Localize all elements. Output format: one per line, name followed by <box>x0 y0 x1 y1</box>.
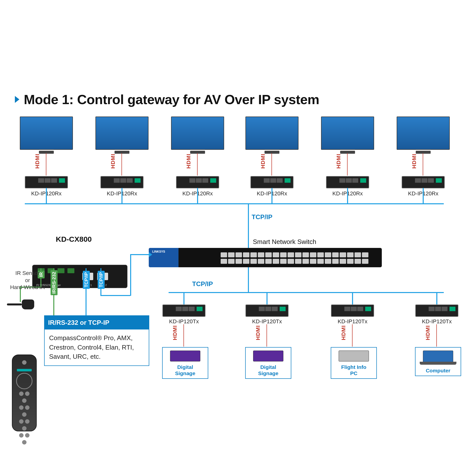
display-6 <box>397 117 450 154</box>
bus-drop <box>423 188 424 203</box>
monitor-stand-icon <box>265 151 279 154</box>
ir-sensor <box>7 299 34 309</box>
monitor-icon <box>245 117 298 150</box>
tx-drop <box>436 292 437 304</box>
hdmi-label: HDMI <box>340 325 347 340</box>
control-systems-body: CompassControl® Pro, AMX, Crestron, Cont… <box>45 329 149 365</box>
hdmi-line <box>423 153 423 176</box>
source-caption: Flight InfoPC <box>333 364 375 376</box>
hdmi-line <box>197 153 198 176</box>
ir-sensor-icon <box>22 299 34 309</box>
cx800-terminal-icon <box>67 268 74 273</box>
hdmi-line <box>352 324 353 347</box>
bus-drop <box>46 188 47 203</box>
tx-device-label: KD-IP120Tx <box>331 318 374 325</box>
hdmi-line <box>347 153 348 176</box>
monitor-icon <box>20 117 73 150</box>
hdmi-label: HDMI <box>425 325 431 340</box>
diagram-page: Mode 1: Control gateway for AV Over IP s… <box>0 0 476 476</box>
network-switch: LINKSYS <box>149 248 382 267</box>
tx-device-icon <box>415 304 458 317</box>
hdmi-line <box>267 324 267 347</box>
tx-3: KD-IP120Tx <box>331 304 374 325</box>
tx-drop <box>183 292 184 304</box>
hdmi-label: HDMI <box>185 154 192 169</box>
monitor-stand-icon <box>190 151 205 154</box>
tx-device-label: KD-IP120Tx <box>162 318 206 325</box>
monitor-icon <box>397 117 450 150</box>
display-1 <box>20 117 73 154</box>
tx-device-icon <box>245 304 289 317</box>
hdmi-line <box>271 153 272 176</box>
hdmi-line <box>46 153 46 176</box>
hdmi-label: HDMI <box>335 154 342 169</box>
source-digital-signage-1: DigitalSignage <box>162 347 208 379</box>
switch-to-txbus-line <box>248 267 249 292</box>
signage-device-icon <box>170 351 200 361</box>
cx800-device: IR IR/RS232 Trigger LAN 1 LAN 2 <box>32 265 127 288</box>
rx-device-icon <box>250 176 294 188</box>
switch-label: Smart Network Switch <box>253 238 316 246</box>
tx-device-label: KD-IP120Tx <box>415 318 458 325</box>
cx-to-switch-line <box>130 254 150 255</box>
signage-device-icon <box>253 351 283 361</box>
monitor-stand-icon <box>416 151 431 154</box>
switch-ports-row2 <box>221 259 368 264</box>
chevron-right-icon <box>15 96 19 103</box>
switch-ports-row1 <box>221 252 368 257</box>
rx-device-icon <box>326 176 369 188</box>
display-2 <box>95 117 149 154</box>
control-systems-box: IR/RS-232 or TCP-IP CompassControl® Pro,… <box>44 315 149 366</box>
tcpip-label: TCP/IP <box>192 280 213 288</box>
monitor-icon <box>95 117 149 150</box>
laptop-icon <box>423 351 453 362</box>
tx-bus-line <box>169 292 444 293</box>
rx-device-icon <box>100 176 144 188</box>
bus-to-switch-line <box>248 203 249 248</box>
monitor-stand-icon <box>340 151 355 154</box>
monitor-stand-icon <box>115 151 129 154</box>
hdmi-label: HDMI <box>411 154 417 169</box>
tx-device-icon <box>331 304 374 317</box>
bus-drop <box>197 188 198 203</box>
display-3 <box>171 117 224 154</box>
monitor-stand-icon <box>39 151 54 154</box>
ir-cable-icon <box>7 303 22 305</box>
display-4 <box>245 117 298 154</box>
rx-device-icon <box>176 176 219 188</box>
hdmi-label: HDMI <box>34 154 41 169</box>
tx-drop <box>267 292 268 304</box>
bus-drop <box>121 188 122 203</box>
hdmi-label: HDMI <box>172 325 178 340</box>
rx-bus-line <box>25 203 444 204</box>
source-caption: DigitalSignage <box>164 364 206 376</box>
display-5 <box>321 117 374 154</box>
switch-brand: LINKSYS <box>152 250 165 253</box>
remote-control-icon <box>12 355 37 431</box>
source-digital-signage-2: DigitalSignage <box>245 347 291 379</box>
cx-tcpip1-tag: TCP/IP <box>83 271 90 289</box>
tcpip-label: TCP/IP <box>252 213 272 221</box>
tx-1: KD-IP120Tx <box>162 304 206 325</box>
title-row: Mode 1: Control gateway for AV Over IP s… <box>15 92 319 107</box>
cx800-terminal-icon <box>58 268 64 273</box>
tx-device-label: KD-IP120Tx <box>245 318 289 325</box>
monitor-icon <box>171 117 224 150</box>
hdmi-label: HDMI <box>255 325 261 340</box>
ir-sensor-label: IR SensororHard-Wired IR <box>9 270 46 291</box>
tx-device-icon <box>162 304 206 317</box>
monitor-icon <box>321 117 374 150</box>
source-computer: Computer <box>415 347 461 376</box>
pc-device-icon <box>339 351 369 361</box>
page-title: Mode 1: Control gateway for AV Over IP s… <box>24 92 319 107</box>
hdmi-line <box>121 153 122 176</box>
bus-drop <box>271 188 272 203</box>
cx-to-switch-line <box>100 295 130 296</box>
bus-drop <box>347 188 348 203</box>
rx-device-icon <box>402 176 445 188</box>
control-systems-heading: IR/RS-232 or TCP-IP <box>45 316 149 329</box>
tx-drop <box>352 292 353 304</box>
hdmi-label: HDMI <box>260 154 266 169</box>
hdmi-line <box>436 324 437 347</box>
tx-4: KD-IP120Tx <box>415 304 458 325</box>
